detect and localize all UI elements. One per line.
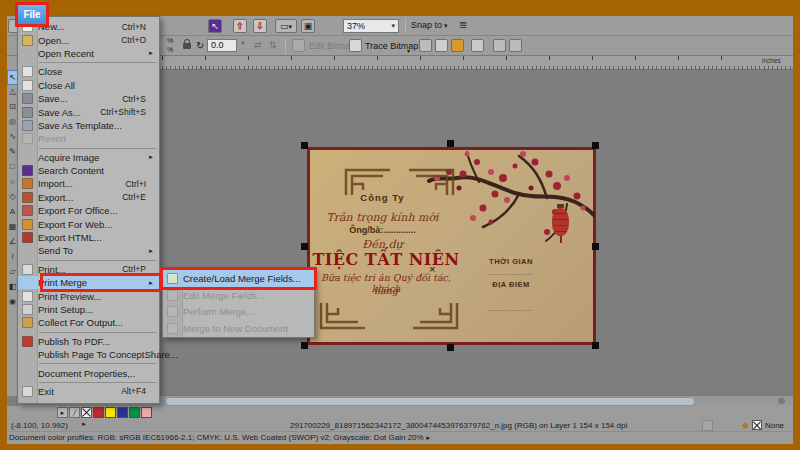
palette-flyout-icon[interactable]: ► xyxy=(57,407,68,418)
mirror-horizontal-icon[interactable]: ⇄ xyxy=(254,40,262,50)
selection-handle-bottom-center[interactable] xyxy=(447,344,454,351)
selection-handle-middle-left[interactable] xyxy=(301,243,308,250)
merge-new-doc-icon xyxy=(167,323,178,334)
dimension-tool-icon: ∠ xyxy=(9,237,16,246)
menu-item-print-preview[interactable]: Print Preview... xyxy=(18,289,159,302)
ruler-tick-label xyxy=(571,56,614,60)
menu-item-close-all[interactable]: Close All xyxy=(18,79,159,92)
rotation-angle-input[interactable]: 0.0 xyxy=(207,39,237,52)
frame-top xyxy=(0,0,800,16)
status-flyout-icon[interactable]: ► xyxy=(81,421,87,427)
menu-item-export[interactable]: Export... Ctrl+E xyxy=(18,191,159,204)
import-toolbar-icon[interactable]: ⇧ xyxy=(233,19,247,33)
trace-bitmap-button[interactable]: Trace Bitmap xyxy=(365,41,418,51)
palette-eyedropper-icon[interactable]: ╱ xyxy=(69,407,80,418)
artistic-media-tool-icon: ✎ xyxy=(9,147,16,156)
image-adjustment-lab-icon[interactable] xyxy=(451,39,464,52)
submenu-item-edit-merge-fields: Edit Merge Fields... xyxy=(163,287,314,304)
welcome-image-icon[interactable]: ▣ xyxy=(301,19,315,33)
trace-bitmap-icon[interactable] xyxy=(349,39,362,52)
card-time-dots: .............. xyxy=(465,268,557,277)
fill-color-indicator[interactable]: ◆ None xyxy=(742,420,784,430)
scrollbar-thumb[interactable] xyxy=(165,397,695,406)
ruler-tick-label xyxy=(270,56,313,60)
corner-ornament-bottom-left xyxy=(318,302,368,336)
menu-item-print-merge[interactable]: Print Merge xyxy=(18,276,159,289)
corner-ornament-top-center xyxy=(406,162,456,196)
navigator-magnifier-icon[interactable]: ◎ xyxy=(778,396,785,405)
coreldraw-window: ↖ ⇧ ⇩ ▭ ▣ 37% ▾ Snap to ≣ % % ↻ 0.0 ° ⇄ … xyxy=(0,0,800,450)
bitmap-mask-icon xyxy=(493,39,506,52)
export-toolbar-icon[interactable]: ⇩ xyxy=(253,19,267,33)
menu-item-close[interactable]: Close xyxy=(18,65,159,78)
selection-handle-bottom-right[interactable] xyxy=(592,342,599,349)
ruler-tick-label xyxy=(657,56,700,60)
menu-item-import[interactable]: Import... Ctrl+I xyxy=(18,177,159,190)
save-template-icon xyxy=(22,120,33,131)
chevron-down-icon[interactable]: ▾ xyxy=(391,22,395,30)
palette-swatch[interactable] xyxy=(105,407,116,418)
ruler-tick-label xyxy=(184,56,227,60)
menu-item-open-recent[interactable]: Open Recent xyxy=(18,47,159,60)
menu-item-save-as[interactable]: Save As... Ctrl+Shift+S xyxy=(18,105,159,118)
selection-handle-top-right[interactable] xyxy=(592,142,599,149)
no-color-swatch[interactable] xyxy=(81,407,92,418)
menu-item-send-to[interactable]: Send To xyxy=(18,244,159,257)
snap-to-button[interactable]: Snap to xyxy=(411,20,448,30)
scale-percent-bottom: % xyxy=(167,46,173,53)
menu-item-collect-for-output[interactable]: Collect For Output... xyxy=(18,316,159,329)
collect-output-icon xyxy=(22,317,33,328)
zoom-level-value: 37% xyxy=(347,21,365,31)
ruler-tick-label xyxy=(614,56,657,60)
menu-item-print[interactable]: Print... Ctrl+P xyxy=(18,263,159,276)
lock-ratio-icon[interactable] xyxy=(183,43,191,49)
ruler-tick-label xyxy=(700,56,743,60)
menu-item-print-setup[interactable]: Print Setup... xyxy=(18,303,159,316)
selection-center-marker[interactable]: × xyxy=(429,264,435,274)
zoom-level-combobox[interactable]: 37% ▾ xyxy=(343,19,399,33)
palette-swatch[interactable] xyxy=(93,407,104,418)
mirror-vertical-icon[interactable]: ⇅ xyxy=(269,40,277,50)
palette-swatch[interactable] xyxy=(129,407,140,418)
menu-item-export-web[interactable]: Export For Web... xyxy=(18,217,159,230)
selected-object-info: 291700229_818971562342172_38004744539763… xyxy=(290,421,627,430)
selection-handle-middle-right[interactable] xyxy=(592,243,599,250)
menu-item-open[interactable]: Open... Ctrl+O xyxy=(18,33,159,46)
menu-item-save-as-template[interactable]: Save As Template... xyxy=(18,119,159,132)
status-area: ► ╱ (-8.100, 10.992) ► 291700229_8189715… xyxy=(7,406,793,444)
selection-handle-top-center[interactable] xyxy=(447,140,454,147)
card-subtitle-line2: hàng xyxy=(310,285,462,296)
file-menu-button[interactable]: File xyxy=(15,2,49,27)
crop-bitmap-icon[interactable] xyxy=(435,39,448,52)
trace-bitmap-dropdown-icon[interactable]: ▾ xyxy=(407,47,410,54)
menu-item-export-office[interactable]: Export For Office... xyxy=(18,204,159,217)
menu-item-acquire-image[interactable]: Acquire Image xyxy=(18,151,159,164)
fill-bucket-icon: ◆ xyxy=(742,420,749,430)
menu-item-search-content[interactable]: Search Content xyxy=(18,164,159,177)
frame-bottom xyxy=(0,444,800,450)
menu-item-exit[interactable]: Exit Alt+F4 xyxy=(18,385,159,398)
menu-item-document-properties[interactable]: Document Properties,.. xyxy=(18,366,159,379)
palette-swatch[interactable] xyxy=(117,407,128,418)
invitation-card-image[interactable]: Công Ty Trân trọng kính mời Ông/bà:.....… xyxy=(307,147,596,345)
bitmap-boundary-icon[interactable] xyxy=(471,39,484,52)
menu-item-export-html[interactable]: Export HTML... xyxy=(18,231,159,244)
menu-item-publish-conceptshare[interactable]: Publish Page To ConceptShare... xyxy=(18,348,159,361)
application-launcher-icon[interactable]: ▭ xyxy=(275,19,297,33)
status-line-1: (-8.100, 10.992) ► 291700229_81897156234… xyxy=(9,419,791,431)
selection-handle-bottom-left[interactable] xyxy=(301,342,308,349)
submenu-item-merge-to-new-document: Merge to New Document xyxy=(163,320,314,337)
menu-item-save[interactable]: Save... Ctrl+S xyxy=(18,92,159,105)
ruler-tick-label xyxy=(442,56,485,60)
options-icon[interactable]: ≣ xyxy=(459,19,467,30)
palette-swatch[interactable] xyxy=(141,407,152,418)
close-document-icon xyxy=(22,66,33,77)
welcome-screen-icon[interactable]: ↖ xyxy=(208,19,222,33)
crop-tool-icon: ⊡ xyxy=(9,102,16,111)
text-tool-icon: A xyxy=(10,207,15,216)
merge-perform-icon xyxy=(167,306,178,317)
selection-handle-top-left[interactable] xyxy=(301,142,308,149)
submenu-item-create-load-merge-fields[interactable]: Create/Load Merge Fields... xyxy=(163,270,314,287)
corner-ornament-bottom-center xyxy=(410,302,460,336)
menu-item-publish-to-pdf[interactable]: Publish To PDF... xyxy=(18,335,159,348)
